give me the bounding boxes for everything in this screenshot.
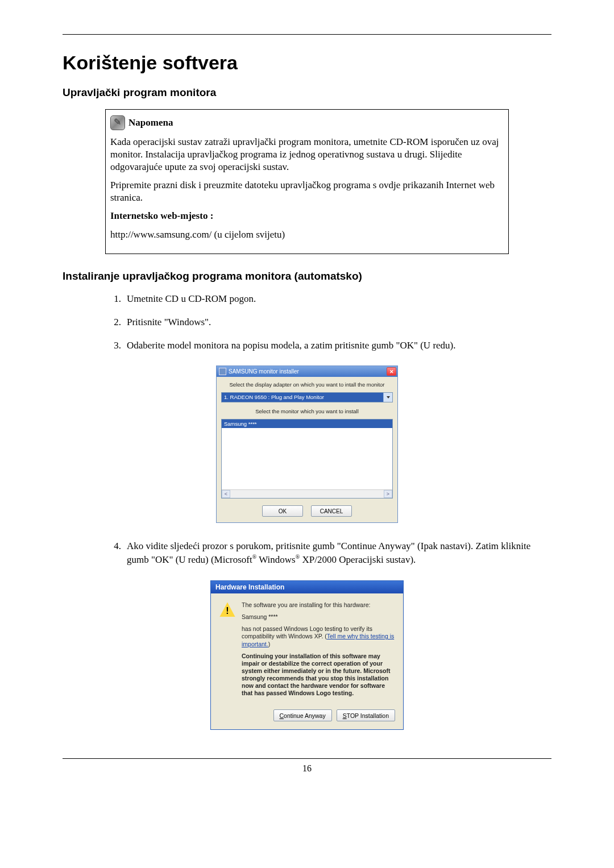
dialog2-message: The software you are installing for this… [242,601,395,701]
btn-continue-accel: C [280,712,284,719]
dlg2-p4: Continuing your installation of this sof… [242,653,395,697]
btn-continue-rest: ontinue Anyway [284,712,326,719]
dlg2-p2: Samsung **** [242,613,395,621]
dlg2-p3: has not passed Windows Logo testing to v… [242,625,395,647]
stop-installation-button[interactable]: STOP Installation [337,709,395,721]
chevron-down-icon[interactable] [383,393,392,402]
scroll-right-icon[interactable]: > [384,490,392,498]
note-header: Napomena [110,115,504,130]
adapter-combobox[interactable]: 1. RADEON 9550 : Plug and Play Monitor [221,392,393,402]
dialog-titlebar: SAMSUNG monitor installer ✕ [217,366,397,377]
page-title: Korištenje softvera [63,52,551,74]
step-4-text-c: XP/2000 Operacijski sustav). [300,554,416,565]
section1-heading: Upravljački program monitora [63,86,551,99]
section2-heading: Instaliranje upravljačkog programa monit… [63,270,551,283]
note-paragraph-2: Pripremite prazni disk i preuzmite datot… [110,179,504,204]
cancel-button[interactable]: CANCEL [311,505,352,517]
page-number: 16 [63,763,551,774]
dialog-title: SAMSUNG monitor installer [229,368,299,375]
note-box: Napomena Kada operacijski sustav zatraži… [105,109,509,254]
btn-stop-accel: S [343,712,347,719]
steps-list-cont: Ako vidite sljedeći prozor s porukom, pr… [105,540,551,567]
bottom-divider [63,758,551,759]
note-website-url: http://www.samsung.com/ (u cijelom svije… [110,229,504,241]
note-icon [110,115,125,130]
screenshot-installer-wrap: SAMSUNG monitor installer ✕ Select the d… [63,366,551,523]
app-icon [219,368,226,375]
dlg2-p1: The software you are installing for this… [242,601,395,609]
continue-anyway-button[interactable]: Continue Anyway [273,709,332,721]
samsung-installer-dialog: SAMSUNG monitor installer ✕ Select the d… [216,366,398,523]
close-button[interactable]: ✕ [387,367,396,376]
step-3: Odaberite model monitora na popisu model… [105,339,551,352]
btn-stop-rest: TOP Installation [347,712,389,719]
scroll-left-icon[interactable]: < [222,490,230,498]
top-divider [63,34,551,35]
monitor-listbox[interactable]: Samsung **** < > [221,419,393,499]
monitor-label: Select the monitor which you want to ins… [221,408,393,414]
ok-button[interactable]: OK [262,505,303,517]
step-4-text-b: Windows [256,554,295,565]
steps-list: Umetnite CD u CD-ROM pogon. Pritisnite "… [105,293,551,352]
step-2: Pritisnite "Windows". [105,316,551,329]
note-label: Napomena [128,117,173,128]
dlg2-p3b: ) [268,641,271,647]
adapter-label: Select the display adapter on which you … [221,381,393,388]
hardware-installation-dialog: Hardware Installation The software you a… [210,580,404,730]
warning-icon [219,601,236,618]
note-paragraph-1: Kada operacijski sustav zatraži upravlja… [110,136,504,173]
monitor-list-item-selected[interactable]: Samsung **** [222,420,392,428]
dialog2-titlebar: Hardware Installation [211,581,403,593]
step-1: Umetnite CD u CD-ROM pogon. [105,293,551,306]
horizontal-scrollbar[interactable]: < > [222,489,392,498]
note-website-label: Internetsko web-mjesto : [110,210,504,222]
screenshot-hardware-wrap: Hardware Installation The software you a… [63,580,551,730]
adapter-combobox-value: 1. RADEON 9550 : Plug and Play Monitor [222,393,383,402]
step-4: Ako vidite sljedeći prozor s porukom, pr… [105,540,551,567]
